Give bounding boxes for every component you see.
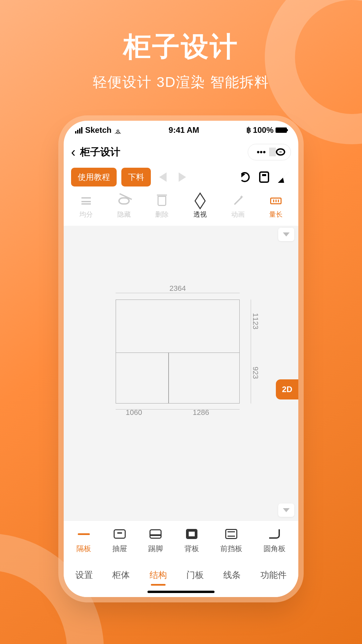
tab-function[interactable]: 功能件 (260, 569, 287, 584)
cabinet-drawing[interactable]: 2364 1123 923 1060 1286 (116, 300, 240, 404)
component-drawer[interactable]: 抽屉 (112, 528, 127, 554)
action-row: 使用教程 下料 (64, 164, 298, 193)
signal-icon (75, 127, 82, 133)
bluetooth-icon: ฿ (246, 126, 251, 135)
battery-label: 100% (253, 125, 274, 135)
reload-icon (240, 172, 250, 182)
miniprogram-capsule[interactable]: ••• (248, 144, 291, 160)
component-corner[interactable]: 圆角板 (263, 528, 286, 554)
dimension-value: 2364 (116, 284, 240, 293)
tool-animate[interactable]: 动画 (231, 195, 245, 219)
drawer-icon (113, 528, 126, 540)
battery-icon (276, 127, 287, 133)
phone-frame: Sketch 9:41 AM ฿ 100% ‹ 柜子设计 ••• 使用教程 下料 (64, 121, 298, 597)
design-canvas[interactable]: 2D 2364 1123 923 1060 1286 (64, 226, 298, 521)
refresh-button[interactable] (237, 170, 252, 184)
page-title: 柜子设计 (80, 145, 243, 159)
dimension-line (116, 293, 240, 293)
tool-label: 隐藏 (117, 210, 131, 219)
tutorial-button[interactable]: 使用教程 (71, 168, 117, 186)
dimension-value: 923 (251, 367, 260, 379)
tool-label: 均分 (79, 210, 93, 219)
component-label: 隔板 (76, 544, 91, 554)
dimension-value: 1286 (193, 408, 209, 417)
arrow-right-icon (179, 172, 186, 182)
component-label: 抽屉 (112, 544, 127, 554)
nav-bar: ‹ 柜子设计 ••• (64, 140, 298, 164)
save-icon (259, 171, 269, 183)
more-icon[interactable]: ••• (253, 147, 269, 157)
clock: 9:41 AM (169, 125, 199, 135)
status-bar: Sketch 9:41 AM ฿ 100% (64, 121, 298, 140)
redo-button[interactable] (175, 170, 190, 184)
tab-line[interactable]: 线条 (223, 569, 241, 584)
tool-row: 均分 隐藏 删除 透视 动画 量长 (64, 193, 298, 226)
paper-plane-icon (278, 171, 289, 183)
tool-perspective[interactable]: 透视 (193, 195, 207, 219)
wand-icon (232, 195, 244, 207)
dimension-value: 1060 (126, 408, 142, 417)
divide-icon (80, 195, 92, 207)
kickboard-icon (149, 528, 162, 540)
shelf-icon (77, 528, 90, 540)
ruler-icon (270, 195, 282, 207)
tab-settings[interactable]: 设置 (75, 569, 93, 584)
tool-label: 删除 (155, 210, 169, 219)
dimension-line (116, 409, 169, 410)
tool-measure[interactable]: 量长 (269, 195, 283, 219)
promo-title: 柜子设计 (0, 29, 362, 65)
cube-icon (194, 195, 206, 207)
tool-delete[interactable]: 删除 (155, 195, 169, 219)
cabinet-compartment[interactable] (116, 353, 169, 404)
component-front[interactable]: 前挡板 (220, 528, 242, 554)
view-mode-toggle[interactable]: 2D (276, 379, 298, 399)
promo-header: 柜子设计 轻便设计 3D渲染 智能拆料 (0, 29, 362, 92)
collapse-top-button[interactable] (278, 228, 294, 241)
back-button[interactable]: ‹ (71, 145, 75, 159)
divider (269, 148, 276, 156)
close-icon[interactable] (276, 148, 285, 156)
undo-button[interactable] (156, 170, 170, 184)
cabinet-compartment[interactable] (169, 353, 240, 404)
tab-door[interactable]: 门板 (186, 569, 204, 584)
component-label: 踢脚 (148, 544, 163, 554)
wifi-icon (114, 126, 122, 134)
save-button[interactable] (257, 170, 272, 184)
arrow-left-icon (159, 172, 167, 182)
dimension-value: 1123 (251, 313, 260, 329)
tab-structure[interactable]: 结构 (149, 569, 167, 584)
corner-icon (268, 528, 281, 540)
component-label: 背板 (184, 544, 199, 554)
component-row: 隔板 抽屉 踢脚 背板 前挡板 圆角板 (64, 521, 298, 560)
component-label: 前挡板 (220, 544, 242, 554)
component-back[interactable]: 背板 (184, 528, 199, 554)
trash-icon (156, 195, 168, 207)
frontboard-icon (225, 528, 238, 540)
component-kick[interactable]: 踢脚 (148, 528, 163, 554)
collapse-bottom-button[interactable] (278, 503, 294, 517)
promo-subtitle: 轻便设计 3D渲染 智能拆料 (0, 73, 362, 92)
home-indicator (147, 591, 215, 593)
tool-hide[interactable]: 隐藏 (117, 195, 131, 219)
backboard-icon (185, 528, 198, 540)
tool-label: 量长 (269, 210, 283, 219)
eye-off-icon (118, 195, 130, 207)
tool-label: 动画 (231, 210, 245, 219)
component-shelf[interactable]: 隔板 (76, 528, 91, 554)
tool-divide[interactable]: 均分 (79, 195, 93, 219)
tool-label: 透视 (193, 210, 207, 219)
tab-body[interactable]: 柜体 (112, 569, 130, 584)
share-button[interactable] (276, 170, 291, 184)
component-label: 圆角板 (263, 544, 286, 554)
cut-button[interactable]: 下料 (121, 168, 151, 186)
carrier-label: Sketch (85, 125, 112, 135)
